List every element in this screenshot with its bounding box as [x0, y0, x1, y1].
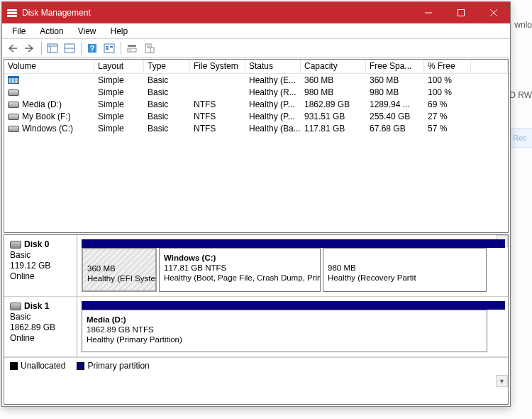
disk-state: Online: [10, 333, 71, 344]
toolbar-separator: [39, 40, 43, 56]
column-header-free-spa-[interactable]: Free Spa...: [366, 60, 424, 74]
legend-label: Unallocated: [21, 361, 65, 371]
svg-rect-15: [106, 46, 109, 48]
svg-rect-0: [7, 9, 17, 11]
partition-detail: Healthy (Primary Partition): [87, 334, 482, 344]
cell-pct-free: 69 %: [424, 99, 471, 109]
partition-size: 1862.89 GB NTFS: [87, 325, 482, 334]
column-header-layout[interactable]: Layout: [94, 60, 144, 74]
partition[interactable]: 360 MBHealthy (EFI System: [82, 248, 157, 292]
menu-action[interactable]: Action: [33, 25, 70, 38]
refresh-icon[interactable]: [101, 40, 117, 56]
cell-capacity: 360 MB: [301, 75, 366, 85]
disk-name: Disk 1: [24, 301, 49, 311]
svg-text:?: ?: [90, 44, 95, 53]
svg-rect-18: [128, 45, 136, 47]
disk-label[interactable]: Disk 1 Basic 1862.89 GB Online: [4, 297, 77, 357]
titlebar[interactable]: Disk Management: [2, 2, 510, 23]
column-header-type[interactable]: Type: [144, 60, 190, 74]
column-header-status[interactable]: Status: [245, 60, 301, 74]
column-header--free[interactable]: % Free: [424, 60, 471, 74]
column-header-file-system[interactable]: File System: [190, 60, 245, 74]
detail-icon[interactable]: [124, 40, 140, 56]
cell-capacity: 1862.89 GB: [301, 99, 366, 109]
volume-rows[interactable]: SimpleBasicHealthy (E...360 MB360 MB100 …: [4, 74, 508, 232]
cell-type: Basic: [144, 87, 190, 97]
legend-swatch: [10, 362, 18, 370]
svg-rect-16: [106, 48, 109, 50]
cell-free: 360 MB: [366, 75, 424, 85]
cell-capacity: 117.81 GB: [301, 124, 366, 134]
legend-swatch: [77, 362, 84, 370]
background-badge-fragment: Rec: [507, 128, 532, 148]
column-header-spacer: [471, 60, 508, 74]
svg-rect-20: [129, 49, 131, 50]
minimize-button[interactable]: [412, 2, 445, 23]
disk-size: 1862.89 GB: [10, 322, 71, 333]
forward-arrow-icon[interactable]: [22, 40, 38, 56]
disk-block: Disk 1 Basic 1862.89 GB OnlineMedia (D:)…: [4, 297, 508, 357]
cell-free: 980 MB: [366, 87, 424, 97]
cell-status: Healthy (E...: [245, 75, 301, 85]
toolbar-separator: [118, 40, 123, 56]
cell-layout: Simple: [94, 99, 144, 109]
partition[interactable]: 980 MBHealthy (Recovery Partit: [323, 248, 487, 292]
cell-capacity: 931.51 GB: [301, 111, 366, 121]
toolbar-separator: [79, 40, 83, 56]
partition-detail: Healthy (Recovery Partit: [328, 273, 482, 283]
maximize-button[interactable]: [445, 2, 477, 23]
svg-rect-1: [7, 12, 17, 14]
disk-icon: [10, 303, 21, 310]
disk-icon: [8, 100, 19, 108]
disk-block: Disk 0 Basic 119.12 GB Online 360 MBHeal…: [4, 235, 508, 297]
disk-icon: [8, 112, 19, 120]
svg-rect-4: [458, 10, 465, 16]
column-header-capacity[interactable]: Capacity: [301, 60, 366, 74]
close-button[interactable]: [477, 2, 510, 23]
disk-graphic-pane: ▲ Disk 0 Basic 119.12 GB Online 360 MBHe…: [4, 234, 509, 405]
partition-detail: Healthy (EFI System: [87, 273, 151, 283]
legend-item: Primary partition: [77, 361, 149, 371]
cell-pct-free: 57 %: [424, 124, 471, 134]
volume-row[interactable]: Media (D:)SimpleBasicNTFSHealthy (P...18…: [4, 98, 508, 110]
cell-filesystem: NTFS: [190, 99, 245, 109]
cell-status: Healthy (P...: [245, 99, 301, 109]
menu-view[interactable]: View: [71, 25, 104, 38]
cell-layout: Simple: [94, 124, 144, 134]
cell-pct-free: 100 %: [424, 87, 471, 97]
cell-pct-free: 27 %: [424, 111, 471, 121]
volume-name: Media (D:): [22, 99, 62, 109]
volume-row[interactable]: SimpleBasicHealthy (E...360 MB360 MB100 …: [4, 74, 508, 86]
volume-row[interactable]: My Book (F:)SimpleBasicNTFSHealthy (P...…: [4, 110, 508, 122]
partition-color-bar: [82, 239, 505, 248]
menu-file[interactable]: File: [5, 25, 33, 38]
volume-list-pane: VolumeLayoutTypeFile SystemStatusCapacit…: [4, 59, 509, 233]
pane-layout2-icon[interactable]: [62, 40, 77, 56]
svg-rect-22: [150, 48, 154, 53]
cell-status: Healthy (P...: [245, 111, 301, 121]
properties-icon[interactable]: [141, 40, 157, 56]
partition-color-bar: [82, 301, 505, 310]
disk-partitions: 360 MBHealthy (EFI SystemWindows (C:)117…: [77, 235, 508, 296]
menu-help[interactable]: Help: [104, 25, 135, 38]
column-headers: VolumeLayoutTypeFile SystemStatusCapacit…: [4, 60, 508, 74]
background-text-fragment: wnlo: [514, 20, 532, 30]
cell-status: Healthy (R...: [245, 87, 301, 97]
pane-layout1-icon[interactable]: [45, 40, 60, 56]
partition[interactable]: Media (D:)1862.89 GB NTFSHealthy (Primar…: [82, 310, 487, 352]
column-header-volume[interactable]: Volume: [4, 60, 94, 74]
volume-name: My Book (F:): [22, 111, 71, 121]
volume-row[interactable]: Windows (C:)SimpleBasicNTFSHealthy (Ba..…: [4, 122, 508, 134]
partition[interactable]: Windows (C:)117.81 GB NTFSHealthy (Boot,…: [159, 248, 321, 292]
volume-row[interactable]: SimpleBasicHealthy (R...980 MB980 MB100 …: [4, 86, 508, 98]
disk-name: Disk 0: [24, 239, 49, 249]
disk-icon: [8, 124, 19, 132]
menubar: FileActionViewHelp: [2, 23, 510, 39]
scroll-down-button[interactable]: ▼: [496, 375, 508, 387]
disk-label[interactable]: Disk 0 Basic 119.12 GB Online: [4, 235, 77, 296]
volume-name: Windows (C:): [22, 124, 73, 134]
help-icon[interactable]: ?: [84, 40, 100, 56]
back-arrow-icon[interactable]: [5, 40, 21, 56]
disk-type: Basic: [10, 312, 71, 322]
cell-pct-free: 100 %: [424, 75, 471, 85]
